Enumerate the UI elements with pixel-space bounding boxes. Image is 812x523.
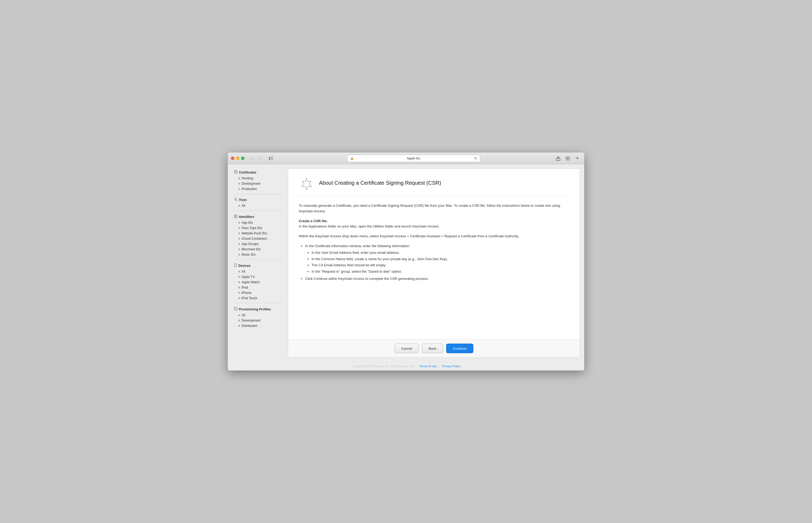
panel-content: About Creating a Certificate Signing Req… [288, 169, 580, 339]
address-text: Apple Inc. [356, 157, 472, 160]
sidebar-item-ipad[interactable]: iPad [232, 285, 286, 290]
svg-rect-6 [568, 157, 570, 158]
back-button[interactable]: Back [422, 344, 443, 353]
sidebar-section-header-certificates[interactable]: Certificates [232, 168, 286, 176]
terms-of-use-link[interactable]: Terms of Use [419, 365, 437, 368]
bullet-intro-text: In the Certificate Information window, e… [305, 244, 410, 248]
reload-button[interactable]: ↻ [474, 156, 477, 161]
toolbar-right: + [554, 155, 581, 162]
certificate-icon [234, 170, 237, 175]
sidebar-section-label-identifiers: Identifiers [239, 215, 254, 219]
sidebar-dot [238, 271, 240, 272]
divider-1 [234, 194, 283, 194]
sidebar-dot [238, 297, 240, 299]
cancel-button[interactable]: Cancel [395, 344, 418, 353]
sidebar-item-app-ids[interactable]: App IDs [232, 220, 286, 226]
create-csr-paragraph: Create a CSR file. In the Applications f… [299, 218, 569, 230]
sidebar-dot [238, 249, 240, 250]
sidebar-item-website-push-ids[interactable]: Website Push IDs [232, 231, 286, 236]
sidebar-item-label: All [242, 270, 245, 273]
sidebar-section-header-keys[interactable]: Keys [232, 196, 286, 203]
sidebar-item-label: iPhone [242, 291, 252, 295]
sidebar-item-music-ids[interactable]: Music IDs [232, 252, 286, 257]
sidebar-item-development[interactable]: Development [232, 181, 286, 186]
sidebar: Certificates Pending Development Product… [232, 168, 288, 358]
sidebar-item-label: Pending [242, 177, 253, 180]
sidebar-section-certificates: Certificates Pending Development Product… [232, 168, 286, 192]
content-area: Certificates Pending Development Product… [228, 164, 584, 362]
sidebar-item-label: Pass Type IDs [242, 226, 262, 230]
sidebar-item-label: Apple TV [242, 275, 255, 279]
sidebar-item-pass-type-ids[interactable]: Pass Type IDs [232, 226, 286, 231]
divider-4 [234, 303, 283, 303]
add-tab-view-button[interactable] [564, 155, 571, 162]
nav-buttons: ‹ › [249, 156, 264, 161]
close-button[interactable] [231, 157, 235, 160]
sidebar-section-devices: Devices All Apple TV Apple Watch iPad [232, 262, 286, 301]
privacy-policy-link[interactable]: Privacy Policy [442, 365, 460, 368]
sidebar-dot [238, 287, 240, 288]
svg-point-17 [235, 215, 236, 216]
sidebar-item-label: Website Push IDs [242, 232, 267, 235]
sidebar-item-app-groups[interactable]: App Groups [232, 241, 286, 247]
minimize-button[interactable] [236, 157, 239, 160]
maximize-button[interactable] [241, 157, 244, 160]
sidebar-item-label: App Groups [242, 242, 259, 246]
sidebar-dot [238, 205, 240, 206]
step1-text: In the Applications folder on your Mac, … [299, 224, 439, 228]
sidebar-toggle-button[interactable] [267, 156, 275, 161]
sidebar-item-merchant-ids[interactable]: Merchant IDs [232, 247, 286, 252]
sidebar-section-header-devices[interactable]: Devices [232, 262, 286, 269]
svg-point-22 [235, 266, 236, 267]
sidebar-item-label: All [242, 204, 245, 208]
sidebar-section-header-profiles[interactable]: Provisioning Profiles [232, 305, 286, 312]
sidebar-item-label: Production [242, 187, 257, 191]
back-nav-button[interactable]: ‹ [249, 156, 256, 161]
sidebar-dot [238, 254, 240, 255]
address-bar[interactable]: 🔒 Apple Inc. ↻ [347, 155, 480, 162]
panel-body: To manually generate a Certificate, you … [299, 203, 569, 282]
sidebar-item-label: iPod Touch [242, 296, 257, 300]
svg-rect-5 [566, 157, 568, 158]
sidebar-section-identifiers: Identifiers App IDs Pass Type IDs Websit… [232, 213, 286, 257]
traffic-lights [231, 157, 244, 160]
sidebar-item-label: App IDs [242, 221, 253, 224]
copyright-text: Copyright © 2018 Apple Inc. All rights r… [353, 365, 415, 368]
sidebar-section-header-identifiers[interactable]: Identifiers [232, 213, 286, 220]
sidebar-dot [238, 314, 240, 316]
sidebar-item-pending[interactable]: Pending [232, 176, 286, 181]
step2-text: Within the Keychain Access drop down men… [299, 234, 569, 239]
new-tab-button[interactable]: + [574, 155, 581, 162]
sub-bullet-item-3: The CA Email Address field should be lef… [312, 263, 569, 268]
sidebar-item-profiles-distribution[interactable]: Distribution [232, 323, 286, 328]
sidebar-item-label: Distribution [242, 324, 258, 328]
divider-3 [234, 259, 283, 260]
sidebar-item-iphone[interactable]: iPhone [232, 290, 286, 295]
sidebar-item-apple-watch[interactable]: Apple Watch [232, 279, 286, 285]
footer-separator: | [439, 365, 440, 368]
sidebar-item-label: Music IDs [242, 253, 256, 256]
sidebar-item-profiles-all[interactable]: All [232, 312, 286, 318]
sidebar-item-keys-all[interactable]: All [232, 203, 286, 208]
continue-button[interactable]: Continue [446, 344, 473, 353]
sidebar-item-devices-all[interactable]: All [232, 269, 286, 274]
sidebar-item-icloud-containers[interactable]: iCloud Containers [232, 236, 286, 241]
panel-title: About Creating a Certificate Signing Req… [319, 177, 441, 186]
identifiers-icon [234, 214, 237, 219]
svg-rect-2 [271, 158, 273, 159]
sidebar-item-label: Development [242, 182, 260, 185]
forward-nav-button[interactable]: › [257, 156, 264, 161]
sidebar-item-production[interactable]: Production [232, 186, 286, 192]
sidebar-item-ipod-touch[interactable]: iPod Touch [232, 295, 286, 301]
sub-bullet-item-2: In the Common Name field, create a name … [312, 256, 569, 262]
create-csr-title: Create a CSR file. [299, 219, 328, 223]
bullet-item-1: In the Certificate Information window, e… [305, 244, 569, 274]
sidebar-item-label: Apple Watch [242, 281, 260, 284]
sub-bullet-item-1: In the User Email Address field, enter y… [312, 250, 569, 255]
share-button[interactable] [554, 155, 562, 162]
sidebar-item-apple-tv[interactable]: Apple TV [232, 274, 286, 279]
divider-2 [234, 211, 283, 211]
main-panel: About Creating a Certificate Signing Req… [288, 168, 580, 358]
sidebar-dot [238, 178, 240, 179]
sidebar-item-profiles-development[interactable]: Development [232, 318, 286, 323]
